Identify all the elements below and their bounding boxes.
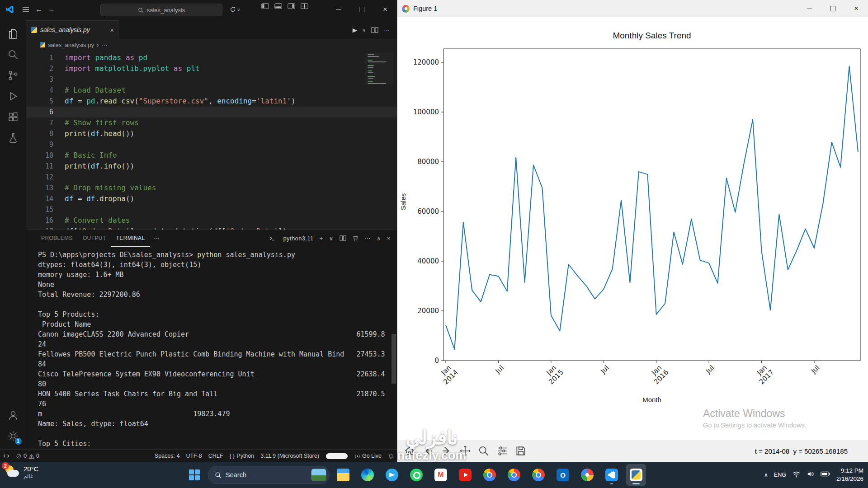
run-python-file-icon[interactable]: ▶ [353,27,357,33]
terminal-dropdown-icon[interactable]: ∨ [329,235,334,242]
maximize-button[interactable] [350,0,373,19]
problems-status[interactable]: 0 0 [13,450,42,462]
minimize-button[interactable] [326,0,350,19]
code-line[interactable]: 10# Basic Info [26,150,397,161]
customize-layout-icon[interactable] [301,3,308,9]
code-line[interactable]: 12 [26,172,397,183]
code-line[interactable]: 3 [26,74,397,85]
zoom-icon[interactable] [477,444,491,458]
code-line[interactable]: 7# Show first rows [26,117,397,128]
tray-chevron-up-icon[interactable]: ∧ [764,472,768,478]
new-terminal-icon[interactable]: + [320,235,323,242]
taskbar-app-chrome[interactable] [528,464,548,486]
tab-output[interactable]: OUTPUT [78,230,111,247]
code-line[interactable]: 11print(df.info()) [26,161,397,172]
search-sidebar-icon[interactable] [3,44,24,65]
taskbar-app-edge[interactable] [358,464,377,486]
code-line[interactable]: 2import matplotlib.pyplot as plt [26,63,397,74]
notifications-bell[interactable] [385,453,397,459]
taskbar-app-gmail[interactable] [431,464,451,486]
indentation-status[interactable]: Spaces: 4 [151,453,183,459]
toggle-panel-icon[interactable] [274,3,282,9]
split-editor-icon[interactable] [371,27,378,33]
go-live-button[interactable]: Go Live [351,453,385,459]
menu-icon[interactable] [19,3,33,16]
pan-icon[interactable] [458,444,472,458]
language-indicator[interactable]: ENG [774,472,786,478]
code-line[interactable]: 13# Drop missing values [26,183,397,193]
figure-minimize-button[interactable] [797,0,821,17]
tab-sales-analysis[interactable]: sales_analysis.py × [26,20,119,39]
battery-icon[interactable] [821,471,830,479]
taskbar-app-photos[interactable] [577,464,597,486]
taskbar-app-vscode[interactable] [602,464,622,486]
settings-gear-icon[interactable]: 1 [3,426,24,446]
source-control-icon[interactable] [3,65,24,86]
code-line[interactable]: 6 [26,107,397,117]
taskbar-app-telegram[interactable] [382,464,402,486]
kill-terminal-icon[interactable] [352,235,359,242]
code-line[interactable]: 8print(df.head()) [26,128,397,139]
split-terminal-icon[interactable] [340,235,346,241]
taskbar-app-file-explorer[interactable] [333,464,353,486]
run-debug-icon[interactable] [3,86,24,107]
close-panel-icon[interactable]: × [387,235,391,242]
explorer-icon[interactable] [3,23,24,44]
code-line[interactable]: 5df = pd.read_csv("Superstore.csv", enco… [26,96,397,107]
code-line[interactable]: 15 [26,204,397,215]
figure-canvas[interactable]: Monthly Sales Trend Sales 02000040000600… [397,17,868,440]
remote-indicator[interactable] [0,450,13,462]
taskbar-app-chrome[interactable] [504,464,524,486]
python-interpreter-status[interactable]: 3.11.9 (Microsoft Store) [257,453,322,459]
tab-terminal[interactable]: TERMINAL [111,230,150,247]
figure-maximize-button[interactable] [821,0,844,17]
breadcrumb[interactable]: sales_analysis.py › ⋯ [26,39,397,51]
testing-icon[interactable] [3,127,24,148]
back-icon[interactable] [421,444,435,458]
taskbar-app-youtube[interactable] [455,464,475,486]
home-icon[interactable] [403,444,416,458]
panel-more-actions-icon[interactable]: ⋯ [365,235,371,242]
eol-status[interactable]: CRLF [205,453,226,459]
toggle-sidebar-icon[interactable] [261,3,269,9]
clock[interactable]: 9:12 PM 2/16/2026 [836,467,863,483]
code-line[interactable]: 4# Load Dataset [26,85,397,96]
save-icon[interactable] [514,444,528,458]
taskbar-app-whatsapp[interactable] [406,464,426,486]
shell-label[interactable]: python3.11 [283,235,313,242]
minimap[interactable] [365,52,393,84]
start-button[interactable] [184,464,204,486]
extensions-icon[interactable] [3,107,24,127]
command-center-search[interactable]: sales_analysis [100,4,222,16]
taskbar-app-python-figure[interactable] [626,464,646,486]
volume-icon[interactable] [807,470,815,479]
code-editor[interactable]: 1import pandas as pd2import matplotlib.p… [26,51,397,230]
run-dropdown-icon[interactable]: ∨ [363,28,366,33]
tab-problems[interactable]: PROBLEMS [36,230,78,247]
more-actions-icon[interactable]: ⋯ [384,27,390,33]
code-line[interactable]: 16# Convert dates [26,215,397,226]
panel-more-icon[interactable]: ⋯ [150,235,164,242]
taskbar-app-outlook[interactable] [553,464,573,486]
titlebar-extra-controls[interactable]: ∨ [230,4,240,15]
code-line[interactable]: 17df['Order Date'] = pd.to_datetime(df['… [26,226,397,230]
wifi-icon[interactable] [792,470,801,479]
language-status[interactable]: { } Python [226,453,257,459]
encoding-status[interactable]: UTF-8 [183,453,205,459]
figure-close-button[interactable]: × [844,0,868,17]
toggle-secondary-sidebar-icon[interactable] [288,3,295,9]
weather-widget[interactable]: 2 20°C غائم [5,465,39,480]
subplots-config-icon[interactable] [495,444,509,458]
tab-close-icon[interactable]: × [110,26,114,34]
terminal-scrollbar[interactable] [392,334,396,384]
taskbar-search[interactable]: Search [208,466,330,484]
code-line[interactable]: 14df = df.dropna() [26,193,397,204]
taskbar-app-chrome[interactable] [480,464,500,486]
forward-icon[interactable] [440,444,453,458]
history-back-icon[interactable]: ← [33,5,45,14]
maximize-panel-icon[interactable]: ∧ [377,235,381,242]
history-forward-icon[interactable]: → [45,5,58,14]
code-line[interactable]: 1import pandas as pd [26,52,397,63]
account-icon[interactable] [3,405,24,426]
terminal-output[interactable]: PS D:\apps\projects DE\sales_analysis> p… [26,246,397,450]
